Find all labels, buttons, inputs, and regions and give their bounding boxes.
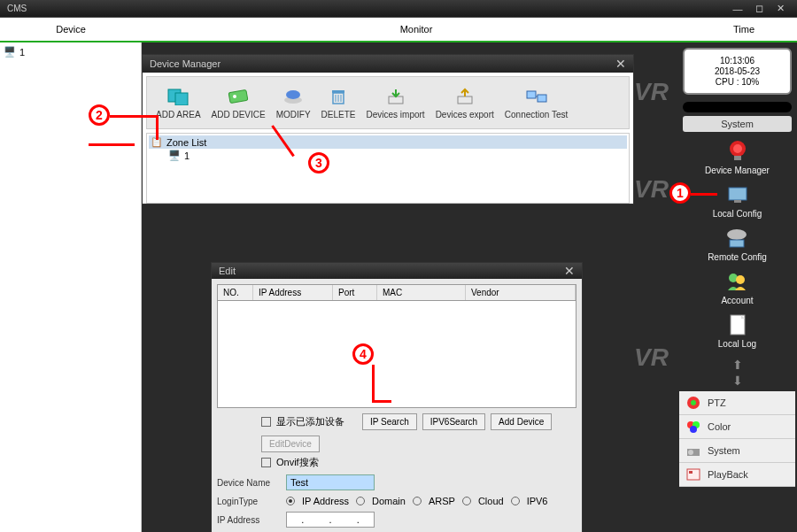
svg-point-32	[688, 450, 693, 455]
scroll-down-button[interactable]: ⬇	[732, 374, 743, 388]
import-icon	[383, 87, 408, 106]
add-device-grid-button[interactable]: Add Device	[491, 413, 552, 430]
center-area: VR VR VR Device Manager ✕ ADD AREA ADD D…	[142, 42, 677, 532]
ip-address-label: IP Address	[217, 515, 279, 525]
system-label: System	[708, 445, 740, 456]
radio-domain[interactable]	[356, 497, 365, 505]
ptz-item[interactable]: PTZ	[679, 391, 795, 415]
svg-rect-22	[730, 240, 744, 247]
col-ip[interactable]: IP Address	[253, 285, 333, 300]
radio-cloud[interactable]	[462, 497, 471, 505]
bg-decor: VR	[634, 175, 669, 204]
system-icon	[685, 443, 702, 459]
svg-point-17	[733, 144, 742, 153]
remote-config-item[interactable]: Remote Config	[708, 226, 767, 262]
modify-button[interactable]: MODIFY	[271, 83, 316, 123]
remote-config-label: Remote Config	[708, 252, 767, 262]
svg-point-30	[690, 426, 697, 433]
device-manager-icon	[723, 139, 752, 164]
dm-toolbar: ADD AREA ADD DEVICE MODIFY DELETE Device…	[146, 76, 630, 129]
add-device-button[interactable]: ADD DEVICE	[206, 83, 271, 123]
local-config-item[interactable]: Local Config	[713, 182, 762, 219]
add-area-button[interactable]: ADD AREA	[151, 83, 206, 123]
annotation-line	[156, 115, 159, 140]
device-grid: NO. IP Address Port MAC Vendor	[217, 284, 576, 408]
col-mac[interactable]: MAC	[377, 285, 466, 300]
svg-rect-14	[538, 95, 546, 102]
radio-arsp[interactable]	[413, 497, 422, 505]
minimize-button[interactable]: —	[728, 2, 747, 16]
svg-point-24	[736, 275, 745, 284]
import-label: Devices import	[367, 110, 425, 120]
add-device-label: ADD DEVICE	[212, 110, 266, 120]
color-label: Color	[708, 421, 731, 432]
show-added-label: 显示已添加设备	[276, 415, 344, 428]
local-config-label: Local Config	[713, 209, 762, 219]
account-label: Account	[721, 296, 753, 305]
col-port[interactable]: Port	[333, 285, 377, 300]
ip-search-button[interactable]: IP Search	[362, 413, 417, 430]
annotation-line	[372, 400, 391, 403]
svg-rect-18	[734, 156, 741, 160]
annotation-line	[110, 115, 156, 118]
zone-tree: 📋 Zone List 🖥️ 1	[146, 133, 630, 204]
dm-close-button[interactable]: ✕	[615, 57, 626, 71]
svg-rect-33	[687, 469, 700, 480]
connection-icon	[524, 87, 549, 106]
maximize-button[interactable]: ◻	[749, 2, 769, 16]
onvif-checkbox[interactable]	[261, 458, 271, 467]
scroll-up-button[interactable]: ⬆	[732, 358, 743, 372]
color-item[interactable]: Color	[679, 415, 795, 439]
connection-test-button[interactable]: Connection Test	[499, 83, 574, 123]
ipv6-search-button[interactable]: IPV6Search	[422, 413, 485, 430]
tree-root-item[interactable]: 🖥️ 1	[2, 44, 139, 59]
add-area-label: ADD AREA	[156, 110, 201, 120]
radio-ip[interactable]	[286, 497, 295, 505]
local-log-item[interactable]: Local Log	[718, 312, 756, 349]
add-area-icon	[166, 87, 190, 106]
zone-list-item[interactable]: 📋 Zone List	[149, 135, 627, 149]
edit-close-button[interactable]: ✕	[564, 264, 575, 278]
devices-import-button[interactable]: Devices import	[361, 83, 430, 123]
edit-window: Edit ✕ NO. IP Address Port MAC Vendor 显	[211, 262, 583, 532]
svg-point-27	[691, 400, 696, 405]
account-icon	[723, 269, 751, 294]
nav-device[interactable]: Device	[0, 18, 142, 41]
account-item[interactable]: Account	[721, 269, 753, 305]
bg-decor: VR	[634, 78, 669, 106]
devices-export-button[interactable]: Devices export	[430, 83, 499, 123]
color-icon	[685, 419, 702, 435]
show-added-checkbox[interactable]	[261, 417, 271, 427]
zone-child-item[interactable]: 🖥️ 1	[166, 149, 627, 162]
system-item[interactable]: System	[679, 439, 795, 463]
svg-rect-12	[458, 96, 472, 104]
playback-label: PlayBack	[708, 469, 748, 480]
radio-ipv6[interactable]	[511, 497, 520, 505]
nav-time[interactable]: Time	[691, 18, 797, 41]
col-vendor[interactable]: Vendor	[466, 285, 576, 300]
zone-list-label: Zone List	[166, 137, 206, 148]
local-log-icon	[723, 312, 752, 337]
modify-icon	[281, 87, 306, 106]
close-button[interactable]: ✕	[770, 2, 790, 16]
device-manager-item[interactable]: Device Manager	[705, 139, 770, 175]
ip-address-input[interactable]: ...	[286, 512, 375, 528]
delete-button[interactable]: DELETE	[316, 83, 361, 123]
nav-monitor[interactable]: Monitor	[142, 18, 691, 41]
export-icon	[453, 87, 477, 106]
col-no[interactable]: NO.	[218, 285, 253, 300]
svg-rect-13	[527, 91, 536, 98]
playback-item[interactable]: PlayBack	[679, 463, 795, 487]
clock-cpu: CPU : 10%	[690, 77, 785, 87]
edit-device-button: EditDevice	[261, 436, 320, 452]
zone-child-label: 1	[184, 150, 190, 161]
system-header: System	[683, 116, 792, 132]
svg-rect-34	[689, 471, 693, 474]
tree-root-label: 1	[19, 47, 25, 58]
local-config-icon	[723, 182, 752, 207]
device-name-input[interactable]	[286, 474, 375, 490]
playback-icon	[685, 466, 702, 482]
annotation-line	[372, 365, 375, 402]
radio-ip-label: IP Address	[302, 496, 349, 506]
svg-point-21	[727, 229, 747, 240]
